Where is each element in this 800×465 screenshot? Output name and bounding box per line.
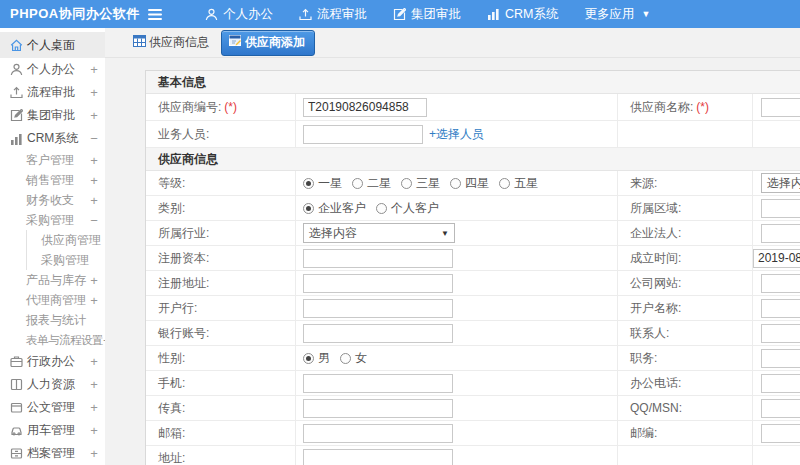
sidebar-item-personal-office[interactable]: 个人办公 +: [0, 58, 105, 81]
sidebar-item-purchase-mgmt[interactable]: 采购管理 −: [0, 210, 105, 230]
sidebar-item-sales-mgmt[interactable]: 销售管理 +: [0, 170, 105, 190]
gender-radio-group: 男 女: [296, 346, 618, 370]
office-phone-input[interactable]: [761, 374, 800, 393]
choose-staff-link[interactable]: +选择人员: [429, 126, 484, 143]
mobile-input[interactable]: [303, 374, 453, 393]
expand-icon[interactable]: +: [89, 108, 99, 123]
website-input[interactable]: [761, 274, 800, 293]
position-input[interactable]: [761, 349, 800, 368]
supplier-add-form: 基本信息 供应商编号:(*) 供应商名称:(*) 业务人员: +选择人员: [145, 70, 800, 465]
email-input[interactable]: [303, 424, 453, 443]
expand-icon[interactable]: +: [89, 153, 99, 168]
sidebar-item-doc-mgmt[interactable]: 公文管理 +: [0, 396, 105, 419]
sidebar-item-workflow-approval[interactable]: 流程审批 +: [0, 81, 105, 104]
qq-msn-label: QQ/MSN:: [618, 396, 753, 420]
bank-account-input[interactable]: [303, 324, 453, 343]
sidebar-item-crm[interactable]: CRM系统 −: [0, 127, 105, 150]
supplier-name-input[interactable]: [761, 98, 800, 117]
supplier-code-label: 供应商编号:(*): [146, 94, 296, 120]
sidebar-item-product-stock[interactable]: 产品与库存 +: [0, 270, 105, 290]
sidebar-item-desktop[interactable]: 个人桌面: [0, 32, 105, 58]
sidebar-item-reports[interactable]: 报表与统计: [0, 310, 105, 330]
expand-icon[interactable]: +: [89, 377, 99, 392]
tab-bar: 供应商信息 供应商添加: [105, 28, 800, 58]
expand-icon[interactable]: +: [89, 400, 99, 415]
capital-input[interactable]: [303, 249, 453, 268]
bank-input[interactable]: [303, 299, 453, 318]
sidebar-item-customer-mgmt[interactable]: 客户管理 +: [0, 150, 105, 170]
supplier-code-input[interactable]: [303, 98, 427, 117]
sidebar-item-form-flow-settings[interactable]: 表单与流程设置 +: [0, 330, 105, 350]
car-icon: [10, 424, 27, 437]
collapse-icon[interactable]: −: [89, 131, 99, 146]
category-radio-group: 企业客户 个人客户: [296, 196, 618, 220]
required-mark: (*): [224, 100, 237, 114]
expand-icon[interactable]: +: [89, 293, 99, 308]
expand-icon[interactable]: +: [89, 423, 99, 438]
chevron-down-icon: ▼: [641, 9, 650, 19]
sidebar-item-group-approval[interactable]: 集团审批 +: [0, 104, 105, 127]
founded-date-input[interactable]: [753, 249, 800, 268]
tab-supplier-add[interactable]: 供应商添加: [221, 30, 315, 56]
expand-icon[interactable]: +: [89, 62, 99, 77]
radio-four-star[interactable]: [450, 178, 461, 189]
contact-input[interactable]: [761, 324, 800, 343]
expand-icon[interactable]: +: [89, 446, 99, 461]
sidebar-item-hr[interactable]: 人力资源 +: [0, 373, 105, 396]
address-input[interactable]: [303, 449, 453, 465]
radio-male[interactable]: [303, 353, 314, 364]
source-label: 来源:: [618, 171, 753, 195]
industry-select[interactable]: 选择内容▼: [303, 223, 455, 243]
sidebar-item-archive-mgmt[interactable]: 档案管理 +: [0, 442, 105, 465]
sidebar: 个人桌面 个人办公 + 流程审批 + 集团审批 + CRM系统 − 客户管理 +: [0, 28, 105, 465]
nav-personal-office[interactable]: 个人办公: [192, 0, 286, 28]
expand-icon[interactable]: +: [89, 85, 99, 100]
radio-female[interactable]: [340, 353, 351, 364]
form-row-mobile-phone: 手机: 办公电话:: [146, 371, 800, 396]
radio-five-star[interactable]: [499, 178, 510, 189]
radio-one-star[interactable]: [303, 178, 314, 189]
legal-person-input[interactable]: [761, 224, 800, 243]
hamburger-icon: [148, 9, 162, 20]
edit-icon: [10, 109, 27, 122]
sidebar-item-supplier-mgmt[interactable]: 供应商管理: [27, 230, 105, 250]
account-name-input[interactable]: [761, 299, 800, 318]
radio-three-star[interactable]: [401, 178, 412, 189]
source-select[interactable]: 选择内容▼: [761, 173, 800, 193]
tab-supplier-list[interactable]: 供应商信息: [133, 34, 209, 51]
capital-label: 注册资本:: [146, 246, 296, 270]
form-row-level-source: 等级: 一星 二星 三星 四星 五星 来源: 选择内容▼: [146, 171, 800, 196]
reg-address-input[interactable]: [303, 274, 453, 293]
position-label: 职务:: [618, 346, 753, 370]
nav-workflow-approval[interactable]: 流程审批: [286, 0, 380, 28]
expand-icon[interactable]: +: [89, 173, 99, 188]
expand-icon[interactable]: +: [89, 273, 99, 288]
radio-enterprise-customer[interactable]: [303, 203, 314, 214]
user-icon: [10, 63, 27, 76]
expand-icon[interactable]: +: [89, 354, 99, 369]
briefcase-icon: [10, 355, 27, 368]
fax-input[interactable]: [303, 399, 453, 418]
level-radio-group: 一星 二星 三星 四星 五星: [296, 171, 618, 195]
sidebar-item-finance[interactable]: 财务收支 +: [0, 190, 105, 210]
form-row-staff: 业务人员: +选择人员: [146, 121, 800, 148]
nav-more-apps[interactable]: 更多应用 ▼: [571, 0, 663, 28]
region-input[interactable]: [761, 199, 800, 218]
expand-icon[interactable]: +: [89, 193, 99, 208]
sidebar-item-agent-mgmt[interactable]: 代理商管理 +: [0, 290, 105, 310]
sidebar-item-vehicle-mgmt[interactable]: 用车管理 +: [0, 419, 105, 442]
business-staff-input[interactable]: [303, 125, 423, 144]
form-add-icon: [229, 35, 241, 49]
radio-personal-customer[interactable]: [376, 203, 387, 214]
sidebar-item-admin-office[interactable]: 行政办公 +: [0, 350, 105, 373]
qq-msn-input[interactable]: [761, 399, 800, 418]
radio-two-star[interactable]: [352, 178, 363, 189]
nav-group-approval[interactable]: 集团审批: [380, 0, 474, 28]
collapse-icon[interactable]: −: [89, 213, 99, 228]
zip-input[interactable]: [761, 424, 800, 443]
account-name-label: 开户名称:: [618, 296, 753, 320]
menu-toggle-button[interactable]: [140, 9, 170, 20]
nav-crm-system[interactable]: CRM系统: [474, 0, 571, 28]
form-row-acctno-contact: 银行账号: 联系人:: [146, 321, 800, 346]
sidebar-item-purchasing[interactable]: 采购管理: [27, 250, 105, 270]
